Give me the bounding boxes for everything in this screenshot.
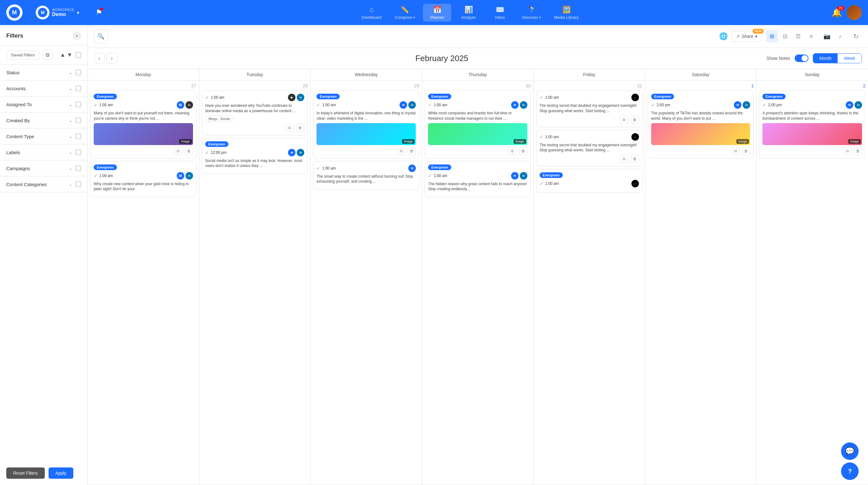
post-card[interactable]: Evergreen ✓ 1:00 am ♪	[536, 169, 642, 193]
post-delete-button[interactable]: 🗑	[408, 147, 416, 155]
post-copy-button[interactable]: ⧉	[732, 147, 740, 155]
accounts-checkbox[interactable]	[75, 86, 81, 91]
post-delete-button[interactable]: 🗑	[854, 147, 862, 155]
calendar-body: 27 Evergreen ✓ 1:00 am M in Many of yo	[88, 80, 868, 485]
campaigns-chevron-icon: ⌄	[69, 166, 72, 171]
arrow-up-icon[interactable]: ▲	[60, 52, 65, 58]
nav-item-planner[interactable]: 📅 Planner	[423, 4, 451, 22]
saved-filters-checkbox[interactable]	[75, 52, 81, 58]
search-button[interactable]: 🔍	[94, 29, 108, 43]
post-copy-button[interactable]: ⧉	[174, 147, 182, 155]
share-new-badge: NEW	[753, 29, 764, 34]
assigned-to-checkbox[interactable]	[75, 101, 81, 107]
content-categories-checkbox[interactable]	[75, 182, 81, 187]
chat-support-button[interactable]: 💬	[841, 442, 859, 460]
saved-filters-arrows: ▲ ▼	[60, 52, 72, 58]
post-delete-button[interactable]: 🗑	[185, 147, 193, 155]
month-week-tabs: Month Week	[813, 53, 862, 63]
post-card[interactable]: Evergreen ✓ 2:00 pm M in The popularity …	[648, 90, 754, 159]
post-card[interactable]: ✓ 1:00 am ▶ in Have you ever wondered wh…	[202, 90, 308, 135]
refresh-button[interactable]: ↻	[850, 30, 862, 42]
globe-icon[interactable]: 🌐	[719, 32, 727, 40]
notification-bell[interactable]: 🔔 71	[832, 8, 842, 18]
saved-filters-button[interactable]: Saved Filters	[6, 51, 39, 60]
week-tab[interactable]: Week	[838, 54, 861, 63]
filter-campaigns-header[interactable]: Campaigns ⌄	[0, 160, 87, 176]
post-card[interactable]: Evergreen ✓ 1:00 am M in While most comp…	[425, 90, 531, 159]
sidebar-collapse-button[interactable]: ›	[72, 31, 81, 40]
post-delete-button[interactable]: 🗑	[296, 124, 304, 132]
filter-created-by-right: ⌄	[69, 118, 81, 123]
nav-item-compose[interactable]: ✏️ Compose▾	[390, 4, 420, 22]
labels-checkbox[interactable]	[75, 150, 81, 155]
post-delete-button[interactable]: 🗑	[742, 147, 750, 155]
post-delete-button[interactable]: 🗑	[631, 116, 639, 124]
cal-cell-jan-28: 28 ✓ 1:00 am ▶ in Have you ever wondered…	[199, 80, 311, 485]
compact-grid-view-button[interactable]: ⊟	[779, 30, 791, 42]
show-notes-toggle[interactable]	[795, 55, 808, 62]
list-view-button[interactable]: ☰	[792, 30, 804, 42]
reset-filters-button[interactable]: Reset Filters	[6, 467, 45, 479]
filter-section-created-by: Created By ⌄	[0, 112, 87, 128]
nav-item-media-library[interactable]: 🖼️ Media Library	[549, 4, 584, 22]
tiktok-filter-button[interactable]: ♪	[834, 30, 846, 42]
list-alt-view-button[interactable]: ≡	[805, 30, 817, 42]
post-card[interactable]: Evergreen ✓ 1:00 am M in The hidden reas…	[425, 161, 531, 197]
post-copy-button[interactable]: ⧉	[620, 155, 628, 163]
post-text: Why create new content when your gold mi…	[94, 182, 193, 192]
post-time: 1:00 am	[545, 95, 559, 100]
nav-item-discover[interactable]: 🔭 Discover▾	[517, 4, 546, 22]
calendar-title: February 2025	[117, 54, 767, 63]
workspace-selector[interactable]: M WORKSPACE Demo ▾	[32, 3, 83, 22]
next-month-button[interactable]: ›	[106, 53, 117, 64]
filter-content-categories-header[interactable]: Content Categories ⌄	[0, 176, 87, 192]
saved-filters-icon-button[interactable]: ⊡	[42, 50, 53, 60]
post-card[interactable]: Evergreen ✓ 1:00 am M in Many of you don…	[90, 90, 196, 159]
post-copy-button[interactable]: ⧉	[285, 124, 293, 132]
post-avatars: M in	[177, 172, 193, 180]
status-checkbox[interactable]	[75, 70, 81, 75]
post-card[interactable]: ✓ 1:00 am ♪ The testing secret that doub…	[536, 130, 642, 167]
post-card[interactable]: ✓ 1:00 am M The smart way to create cont…	[313, 161, 419, 190]
nav-item-dashboard[interactable]: ⌂ Dashboard	[356, 4, 387, 22]
nav-item-analyze[interactable]: 📊 Analyze	[454, 4, 483, 22]
filter-content-type-header[interactable]: Content Type ⌄	[0, 128, 87, 144]
help-button[interactable]: ?	[841, 462, 859, 480]
arrow-down-icon[interactable]: ▼	[67, 52, 72, 58]
user-avatar[interactable]	[847, 5, 862, 20]
post-text: Have you ever wondered why YouTube conti…	[205, 103, 305, 114]
share-button[interactable]: NEW ↗ Share ▾	[732, 31, 762, 42]
calendar-grid-view-button[interactable]: ⊞	[766, 30, 778, 42]
workspace-name: Demo	[52, 11, 74, 17]
post-delete-button[interactable]: 🗑	[631, 155, 639, 163]
created-by-checkbox[interactable]	[75, 118, 81, 123]
filter-status-header[interactable]: Status ⌄	[0, 65, 87, 80]
prev-month-button[interactable]: ‹	[94, 53, 105, 64]
post-card[interactable]: Evergreen ✓ 12:00 pm M in Social media i…	[202, 138, 308, 174]
instagram-filter-button[interactable]: 📷	[821, 30, 833, 42]
month-tab[interactable]: Month	[813, 54, 838, 63]
nav-item-inbox[interactable]: ✉️ Inbox	[486, 4, 514, 22]
content-type-checkbox[interactable]	[75, 133, 81, 139]
post-card[interactable]: Evergreen ✓ 1:00 am M in In today's whir…	[313, 90, 419, 159]
date-28: 28	[202, 83, 308, 88]
post-copy-button[interactable]: ⧉	[843, 147, 851, 155]
analyze-icon: 📊	[464, 6, 473, 14]
filter-assigned-to-header[interactable]: Assigned To ⌄	[0, 97, 87, 112]
campaigns-checkbox[interactable]	[75, 165, 81, 171]
filter-status-label: Status	[6, 70, 20, 75]
app-logo[interactable]: M	[6, 4, 23, 21]
filter-accounts-header[interactable]: Accounts ⌄	[0, 80, 87, 96]
post-copy-button[interactable]: ⧉	[620, 116, 628, 124]
post-copy-button[interactable]: ⧉	[397, 147, 405, 155]
post-copy-button[interactable]: ⧉	[508, 147, 517, 155]
filter-created-by-header[interactable]: Created By ⌄	[0, 112, 87, 128]
post-card[interactable]: Evergreen ✓ 2:00 pm M in A prospect's at…	[759, 90, 866, 159]
filter-labels-header[interactable]: Labels ⌄	[0, 144, 87, 160]
day-header-saturday: Saturday	[645, 69, 757, 80]
apply-filters-button[interactable]: Apply	[49, 467, 73, 479]
post-card[interactable]: Evergreen ✓ 1:00 am M in Why create new …	[90, 161, 196, 197]
flag-button[interactable]: ⚑	[96, 8, 102, 17]
post-card[interactable]: ✓ 1:00 am ♪ The testing secret that doub…	[536, 90, 642, 127]
post-delete-button[interactable]: 🗑	[519, 147, 527, 155]
